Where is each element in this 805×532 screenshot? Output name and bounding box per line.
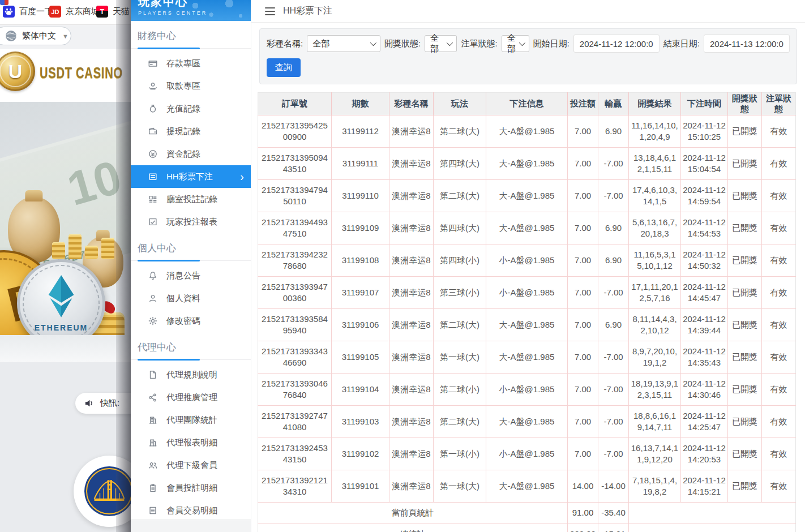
sidebar-item-withdrawal-record[interactable]: 提現記錄 (131, 120, 251, 143)
sidebar-item-recharge-record[interactable]: 充值記錄 (131, 97, 251, 120)
sidebar-item-agent-team-stats[interactable]: 代理團隊統計 (131, 409, 251, 431)
table-cell: 第二球(大) (434, 180, 486, 212)
table-cell: 已開獎 (728, 309, 762, 341)
sidebar-item-label: 修改密碼 (166, 316, 200, 327)
table-cell: 已開獎 (728, 148, 762, 180)
table-cell: 7.00 (568, 115, 598, 148)
table-cell: 澳洲幸运8 (389, 148, 434, 180)
sidebar-item-member-transaction-detail[interactable]: 會員交易明細 (131, 499, 251, 522)
table-cell: 31199107 (332, 277, 389, 309)
table-cell: 2152173139334346690 (258, 341, 332, 374)
table-cell: 2024-11-12 15:10:25 (681, 115, 728, 148)
table-cell: 2152173139423278680 (258, 244, 332, 277)
ethereum-text: ETHEREUM (20, 323, 102, 332)
sidebar-item-profile[interactable]: 個人資料 (131, 287, 251, 310)
table-cell: 第四球(大) (434, 148, 486, 180)
document-icon (148, 370, 158, 380)
table-row: 215217313935849594031199106澳洲幸运8第二球(大)大-… (258, 309, 796, 341)
bets-table: 訂單號期數彩種名稱玩法下注信息投注額輸贏開獎結果下注時間開獎狀態注單狀態 215… (258, 92, 796, 532)
bell-icon (148, 271, 158, 281)
table-cell: 澳洲幸运8 (389, 180, 434, 212)
total-empty-cell (629, 503, 796, 524)
sidebar-item-agent-rules[interactable]: 代理規則說明 (131, 363, 251, 386)
partial-toolbar-icon (0, 0, 8, 5)
table-cell: 2024-11-12 14:45:47 (681, 277, 728, 309)
table-cell: 已開獎 (728, 438, 762, 470)
table-cell: 8,9,7,20,10,19,1,2 (629, 341, 681, 374)
table-cell: 小-A盤@1.985 (486, 244, 568, 277)
table-cell: 7.00 (568, 148, 598, 180)
table-cell: 7.00 (568, 180, 598, 212)
table-cell: 7.00 (568, 406, 598, 438)
sidebar-item-funds-record[interactable]: 資金記錄 (131, 143, 251, 165)
sidebar-item-withdraw[interactable]: 取款專區 (131, 75, 251, 97)
sidebar-item-room-bet-records[interactable]: 廳室投註記錄 (131, 188, 251, 211)
table-cell: 31199102 (332, 438, 389, 470)
baidu-paw-icon (3, 6, 15, 18)
user-icon (148, 293, 158, 303)
chevron-right-icon: › (240, 171, 244, 182)
sidebar-item-agent-report-detail[interactable]: 代理報表明細 (131, 431, 251, 454)
bookmark-baidu[interactable]: 百度一下 (3, 6, 53, 18)
bet-list-icon (148, 171, 158, 182)
sidebar-item-member-bet-detail[interactable]: 會員投註明細 (131, 477, 251, 499)
share-icon (148, 392, 158, 402)
column-header: 下注時間 (681, 93, 728, 115)
table-cell: 已開獎 (728, 374, 762, 406)
table-footer: 當前頁統計91.00-35.40總統計238.00-15.61 (258, 503, 796, 532)
table-cell: 2024-11-12 15:04:54 (681, 148, 728, 180)
table-cell: 2152173139358495940 (258, 309, 332, 341)
site-logo-text: USDT CASINO (40, 64, 123, 82)
table-cell: -7.00 (598, 180, 629, 212)
sidebar-section-items: 消息公告個人資料修改密碼 (131, 261, 251, 332)
table-cell: 大-A盤@1.985 (486, 180, 568, 212)
order-status-select[interactable]: 全部 (502, 35, 529, 52)
total-label: 總統計 (258, 524, 568, 532)
sidebar-item-change-password[interactable]: 修改密碼 (131, 310, 251, 332)
table-cell: 已開獎 (728, 212, 762, 244)
sidebar-item-deposit[interactable]: 存款專區 (131, 52, 251, 75)
total-win-loss: -35.40 (598, 503, 629, 524)
table-cell: 第三球(小) (434, 277, 486, 309)
table-cell: 有效 (762, 180, 796, 212)
table-cell: 已開獎 (728, 470, 762, 503)
lottery-type-select[interactable]: 全部 (307, 35, 380, 52)
table-cell: 6.90 (598, 309, 629, 341)
content-topbar: HH彩票下注 (251, 0, 805, 23)
column-header: 玩法 (434, 93, 486, 115)
table-cell: 澳洲幸运8 (389, 341, 434, 374)
table-cell: 小-A盤@1.985 (486, 277, 568, 309)
table-row: 215217313950944351031199111澳洲幸运8第四球(大)大-… (258, 148, 796, 180)
sidebar-item-agent-promotion[interactable]: 代理推廣管理 (131, 386, 251, 409)
table-cell: 6.90 (598, 244, 629, 277)
lottery-type-label: 彩種名稱: (267, 38, 303, 49)
table-cell: 澳洲幸运8 (389, 244, 434, 277)
draw-status-select[interactable]: 全部 (425, 35, 457, 52)
members-icon (148, 460, 158, 470)
end-date-input[interactable] (704, 35, 790, 53)
draw-status-value: 全部 (430, 33, 443, 54)
sidebar-item-announcements[interactable]: 消息公告 (131, 264, 251, 287)
table-cell: 2152173139304676840 (258, 374, 332, 406)
menu-hamburger-icon[interactable] (265, 7, 275, 15)
table-row: 215217313942327868031199108澳洲幸运8第四球(小)小-… (258, 244, 796, 277)
table-cell: 大-A盤@1.985 (486, 115, 568, 148)
column-header: 開獎狀態 (728, 93, 762, 115)
report-check-icon (148, 217, 158, 227)
table-cell: 7.00 (568, 277, 598, 309)
sidebar-item-hh-lottery-bets[interactable]: HH彩票下注› (131, 165, 251, 188)
start-date-input[interactable] (573, 35, 660, 53)
query-button[interactable]: 查詢 (267, 58, 301, 77)
sidebar-item-agent-sub-members[interactable]: 代理下級會員 (131, 454, 251, 477)
filter-bar: 彩種名稱: 全部 開獎狀態: 全部 注單狀態: 全部 開始 (259, 28, 797, 84)
bookmark-label: 京东商城 (66, 6, 100, 17)
table-cell: 7.00 (568, 244, 598, 277)
bookmark-jd[interactable]: JD 京东商城 (49, 6, 100, 18)
table-cell: 31199101 (332, 470, 389, 503)
table-cell: 2024-11-12 14:30:46 (681, 374, 728, 406)
tmall-icon: T (96, 6, 108, 18)
sidebar-item-player-bet-report[interactable]: 玩家投注報表 (131, 211, 251, 233)
table-cell: 31199111 (332, 148, 389, 180)
language-selector[interactable]: 繁体中文 ▼ (0, 27, 71, 45)
table-cell: 有效 (762, 406, 796, 438)
